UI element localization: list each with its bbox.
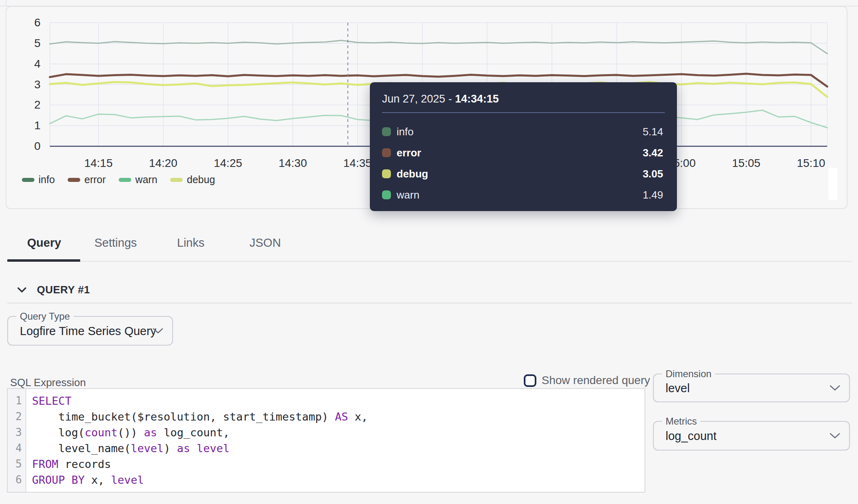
y-axis-tick: 5	[23, 38, 41, 49]
tab-links[interactable]: Links	[177, 236, 205, 250]
line-number: 4	[8, 440, 26, 456]
legend-label: info	[38, 174, 55, 186]
series-value: 3.42	[642, 147, 663, 159]
tooltip-row-info: info5.14	[382, 121, 663, 142]
y-axis-tick: 0	[23, 141, 41, 152]
x-axis-tick: 15:05	[722, 157, 770, 170]
sql-expression-label: SQL Expression	[10, 376, 86, 389]
legend-item-error[interactable]: error	[68, 174, 106, 186]
sql-text-token: ())	[117, 426, 144, 439]
sql-line[interactable]: level_name(level) as level	[32, 440, 645, 456]
sql-keyword-token: level	[196, 442, 229, 455]
series-value: 5.14	[642, 126, 663, 138]
sql-keyword-token: level	[131, 442, 164, 455]
x-axis-tick: 14:30	[269, 157, 317, 170]
sql-keyword-token: SELECT	[32, 395, 72, 407]
metrics-label: Metrics	[662, 416, 700, 427]
x-axis-tick: 15:10	[787, 157, 835, 170]
dimension-select[interactable]: Dimension level	[653, 374, 850, 402]
sql-line[interactable]: log(count()) as log_count,	[32, 425, 645, 440]
series-color-chip	[382, 127, 391, 136]
line-number: 5	[8, 456, 26, 472]
sql-line[interactable]: time_bucket($resolution, start_timestamp…	[32, 409, 645, 425]
dimension-value: level	[666, 381, 690, 395]
line-number: 1	[8, 393, 26, 409]
legend-item-warn[interactable]: warn	[119, 174, 157, 186]
sql-keyword-token: as	[177, 442, 190, 455]
series-label: warn	[397, 189, 419, 201]
sql-line[interactable]: SELECT	[32, 393, 645, 409]
sql-keyword-token: FROM	[32, 458, 58, 470]
line-number-gutter: 123456	[8, 389, 26, 492]
sql-code[interactable]: SELECT time_bucket($resolution, start_ti…	[26, 389, 645, 492]
tooltip-timestamp: Jun 27, 2025 - 14:34:15	[382, 93, 499, 105]
y-axis-tick: 2	[23, 99, 41, 111]
tab-query[interactable]: Query	[27, 236, 61, 250]
y-axis-tick: 1	[23, 120, 41, 131]
legend-swatch	[68, 178, 80, 182]
legend-item-info[interactable]: info	[22, 174, 55, 186]
sql-text-token: )	[164, 442, 177, 455]
scrollbar-thumb[interactable]	[828, 168, 837, 200]
x-axis-tick: 14:25	[204, 157, 252, 170]
sql-text-token: records	[58, 458, 111, 470]
y-axis-tick: 4	[23, 58, 41, 70]
legend-swatch	[170, 178, 183, 182]
chart-legend: infoerrorwarndebug	[22, 174, 215, 186]
query-type-value: Logfire Time Series Query	[20, 324, 156, 337]
divider	[6, 0, 6, 6]
sql-keyword-token: AS	[335, 410, 348, 423]
series-value: 3.05	[642, 168, 663, 180]
sql-text-token: level_name(	[32, 442, 131, 455]
dimension-label: Dimension	[662, 369, 715, 379]
series-color-chip	[382, 169, 391, 178]
sql-text-token: log_count,	[157, 426, 230, 439]
sql-line[interactable]: GROUP BY x, level	[32, 472, 645, 488]
metrics-select[interactable]: Metrics log_count	[653, 421, 850, 451]
sql-line[interactable]: FROM records	[32, 456, 645, 472]
x-axis-tick: 14:15	[74, 157, 123, 170]
tooltip-row-warn: warn1.49	[382, 184, 663, 205]
show-rendered-query-toggle[interactable]: Show rendered query	[524, 374, 650, 387]
show-rendered-query-checkbox[interactable]	[524, 374, 536, 387]
series-color-chip	[382, 190, 391, 199]
sql-text-token: log(	[32, 426, 85, 439]
metrics-value: log_count	[666, 429, 717, 442]
divider	[7, 303, 852, 303]
legend-swatch	[22, 178, 34, 182]
show-rendered-query-label: Show rendered query	[542, 374, 650, 387]
y-axis-tick: 6	[23, 17, 41, 28]
query-section-header[interactable]: QUERY #1	[17, 284, 90, 296]
chart-tooltip: Jun 27, 2025 - 14:34:15 info5.14error3.4…	[370, 82, 677, 211]
chevron-down-icon	[17, 287, 26, 293]
sql-text-token	[190, 442, 196, 455]
sql-keyword-token: GROUP BY	[32, 474, 85, 486]
x-axis-tick: 14:20	[139, 157, 188, 170]
legend-label: warn	[135, 174, 157, 186]
tab-bar-divider	[7, 261, 852, 262]
legend-item-debug[interactable]: debug	[170, 174, 215, 186]
tab-settings[interactable]: Settings	[94, 236, 137, 250]
line-number: 3	[8, 425, 26, 440]
line-number: 2	[8, 409, 26, 425]
sql-keyword-token: count	[85, 426, 117, 439]
series-color-chip	[382, 148, 391, 157]
chevron-down-icon	[153, 328, 163, 334]
series-label: info	[397, 126, 414, 138]
active-tab-indicator	[7, 259, 80, 262]
query-type-select[interactable]: Query Type Logfire Time Series Query	[7, 316, 173, 346]
legend-label: debug	[187, 174, 215, 186]
query-section-title: QUERY #1	[37, 284, 90, 296]
sql-keyword-token: as	[144, 426, 157, 439]
panel-editor-page: 0123456 14:1514:2014:2514:3014:3514:4014…	[0, 0, 858, 504]
line-number: 6	[8, 472, 26, 488]
chevron-down-icon	[830, 385, 840, 391]
sql-code-editor[interactable]: 123456 SELECT time_bucket($resolution, s…	[7, 388, 645, 493]
tooltip-row-error: error3.42	[382, 142, 663, 163]
query-type-label: Query Type	[16, 311, 74, 322]
series-value: 1.49	[642, 189, 663, 201]
legend-label: error	[84, 174, 106, 186]
sql-text-token: x,	[85, 474, 111, 486]
tooltip-rows: info5.14error3.42debug3.05warn1.49	[382, 121, 663, 205]
tab-json[interactable]: JSON	[250, 236, 281, 250]
